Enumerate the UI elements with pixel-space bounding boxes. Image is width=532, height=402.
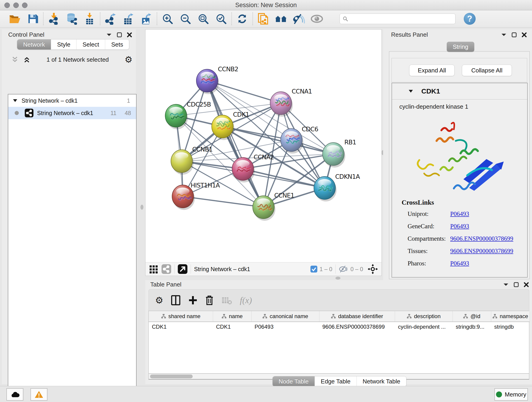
crosslink-row: Tissues:9606.ENSP00000378699 [408, 245, 527, 257]
tab-network[interactable]: Network [17, 39, 51, 50]
crosslink-link[interactable]: P06493 [450, 223, 469, 230]
pan-tool-icon[interactable] [368, 264, 378, 274]
entry-expander-icon[interactable] [409, 89, 413, 93]
collapse-all-icon[interactable] [11, 56, 19, 63]
bottom-splitter-handle[interactable] [336, 277, 341, 280]
window-zoom-button[interactable] [22, 2, 27, 8]
network-node-CCNA1[interactable]: CCNA1 [270, 88, 312, 117]
crosslinks-title: CrossLinks [402, 199, 527, 206]
import-table-icon[interactable] [81, 12, 99, 26]
export-table-icon[interactable] [120, 12, 138, 26]
panel-close-icon[interactable] [127, 32, 132, 37]
column-header--id[interactable]: @id [452, 311, 491, 322]
network-collection-row[interactable]: String Network – cdk1 1 [8, 95, 136, 107]
table-cell[interactable]: 9606.ENSP00000378699 [319, 322, 395, 332]
expand-all-button[interactable]: Expand All [409, 65, 455, 76]
panel-float-icon[interactable] [512, 32, 517, 37]
delete-column-icon[interactable] [205, 295, 214, 306]
network-node-CDKN1A[interactable]: CDKN1A [314, 173, 360, 201]
crosslink-link[interactable]: P06493 [450, 260, 469, 267]
memory-button[interactable]: Memory [494, 388, 528, 401]
network-canvas[interactable]: CCNB2CCNA1CDC25BCDK1CDC6RB1CCNB1CCNA2CDK… [146, 30, 381, 262]
selected-checkbox-icon[interactable] [310, 266, 317, 273]
save-session-icon[interactable] [24, 12, 42, 26]
panel-float-icon[interactable] [514, 282, 519, 287]
network-selected-status: 1 of 1 Network selected [31, 56, 125, 63]
warnings-button[interactable] [31, 388, 47, 401]
hide-selected-icon[interactable] [290, 12, 308, 26]
open-in-window-icon[interactable] [178, 264, 187, 274]
open-session-icon[interactable] [6, 12, 24, 26]
table-cell[interactable]: stringdb:9... [452, 322, 491, 332]
export-network-icon[interactable] [102, 12, 120, 26]
tab-node-table[interactable]: Node Table [273, 376, 315, 386]
export-image-icon[interactable] [138, 12, 155, 26]
tab-edge-table[interactable]: Edge Table [315, 376, 356, 386]
table-hscrollbar-thumb[interactable] [150, 375, 193, 378]
crosslinks-list: Uniprot:P06493GeneCard:P06493Compartment… [392, 208, 527, 269]
crosslink-link[interactable]: P06493 [450, 211, 469, 217]
table-cell[interactable]: CDK1 [149, 322, 213, 332]
panel-float-icon[interactable] [117, 32, 122, 37]
search-input[interactable] [340, 13, 456, 24]
panel-menu-icon[interactable] [501, 33, 507, 36]
first-neighbors-icon[interactable] [272, 12, 290, 26]
tab-style[interactable]: Style [51, 39, 76, 50]
tab-select[interactable]: Select [76, 39, 105, 50]
table-row[interactable]: CDK1CDK1P064939606.ENSP00000378699cyclin… [149, 322, 530, 332]
panel-close-icon[interactable] [522, 32, 527, 37]
results-buttons-box: Expand All Collapse All [392, 58, 527, 82]
gear-icon[interactable]: ⚙ [125, 55, 133, 64]
add-column-icon[interactable] [188, 295, 197, 305]
string-results-tab[interactable]: String [447, 42, 474, 52]
panel-menu-icon[interactable] [106, 33, 112, 36]
zoom-out-icon[interactable] [177, 12, 194, 26]
help-icon[interactable]: ? [464, 13, 476, 25]
refresh-icon[interactable] [233, 12, 251, 26]
share-view-icon[interactable] [162, 264, 171, 274]
crosslink-link[interactable]: 9606.ENSP00000378699 [450, 235, 513, 242]
zoom-fit-icon[interactable] [194, 12, 212, 26]
table-cell[interactable]: P06493 [251, 322, 319, 332]
zoom-selected-icon[interactable] [212, 12, 230, 26]
crosslink-link[interactable]: 9606.ENSP00000378699 [450, 248, 513, 255]
table-cell[interactable]: CDK1 [213, 322, 251, 332]
show-columns-icon[interactable] [171, 295, 180, 305]
table-gear-icon[interactable]: ⚙ [155, 296, 163, 305]
expand-all-icon[interactable] [23, 56, 31, 63]
column-header-database-identifier[interactable]: database identifier [319, 311, 395, 322]
collection-expander-icon[interactable] [13, 99, 17, 102]
network-node-HIST1H1A[interactable]: HIST1H1A [172, 182, 220, 210]
show-all-icon[interactable] [308, 12, 326, 26]
snapshot-icon[interactable] [254, 12, 272, 26]
results-panel: Results Panel Expand All Collapse All CD… [383, 29, 532, 280]
window-minimize-button[interactable] [13, 2, 19, 8]
column-header-description[interactable]: description [395, 311, 452, 322]
column-header-canonical-name[interactable]: canonical name [251, 311, 319, 322]
table-tabs: Node TableEdge TableNetwork Table [272, 376, 406, 387]
table-cell[interactable]: cyclin-dependent ... [395, 322, 452, 332]
panel-menu-icon[interactable] [503, 283, 509, 286]
grid-view-icon[interactable] [149, 264, 158, 274]
search-field[interactable] [348, 15, 452, 22]
column-header-shared-name[interactable]: shared name [149, 311, 213, 322]
control-panel: Control Panel NetworkStyleSelectSets 1 o… [2, 29, 136, 384]
network-node-RB1[interactable]: RB1 [323, 139, 356, 167]
column-header-namespace[interactable]: namespace [491, 311, 530, 322]
import-network-icon[interactable] [45, 12, 63, 26]
tab-sets[interactable]: Sets [105, 39, 129, 50]
window-close-button[interactable] [4, 2, 10, 8]
left-splitter-handle[interactable] [140, 205, 143, 210]
entry-header[interactable]: CDK1 [392, 83, 527, 99]
import-database-icon[interactable] [63, 12, 81, 26]
crosslink-label: Compartments: [408, 235, 450, 242]
collapse-all-button[interactable]: Collapse All [462, 65, 512, 76]
network-row[interactable]: String Network – cdk1 11 48 [8, 107, 136, 119]
tab-network-table[interactable]: Network Table [356, 376, 406, 386]
cloud-button[interactable] [6, 388, 23, 401]
column-header-name[interactable]: name [213, 311, 251, 322]
panel-close-icon[interactable] [524, 282, 529, 287]
zoom-in-icon[interactable] [158, 12, 177, 26]
main-toolbar: ? [0, 10, 532, 27]
table-cell[interactable]: stringdb [491, 322, 530, 332]
